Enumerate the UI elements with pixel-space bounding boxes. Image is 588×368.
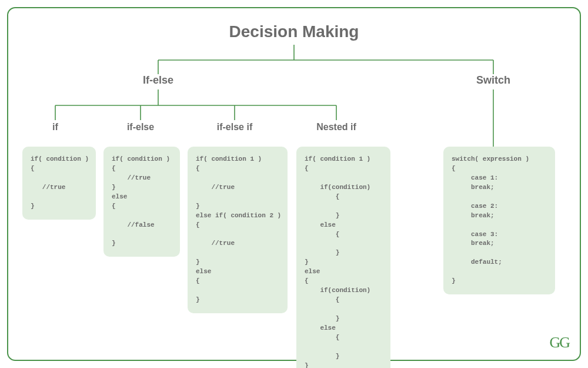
leaf-nested-if: Nested if [316, 122, 356, 132]
branch-switch: Switch [476, 74, 510, 87]
code-switch: switch( expression ) { case 1: break; ca… [443, 147, 555, 294]
code-if: if( condition ) { //true } [22, 147, 96, 220]
gfg-logo: GG [549, 334, 569, 352]
leaf-if: if [52, 122, 58, 132]
diagram-frame: Decision Making If-else Switch if if-els… [7, 7, 581, 361]
code-nested-if: if( condition 1 ) { if(condition) { } el… [296, 147, 390, 368]
code-if-else: if( condition ) { //true } else { //fals… [103, 147, 180, 257]
branch-if-else: If-else [143, 74, 173, 87]
leaf-if-else: if-else [127, 122, 154, 132]
leaf-if-else-if: if-else if [217, 122, 252, 132]
page-title: Decision Making [8, 22, 580, 41]
code-if-else-if: if( condition 1 ) { //true } else if( co… [188, 147, 288, 313]
